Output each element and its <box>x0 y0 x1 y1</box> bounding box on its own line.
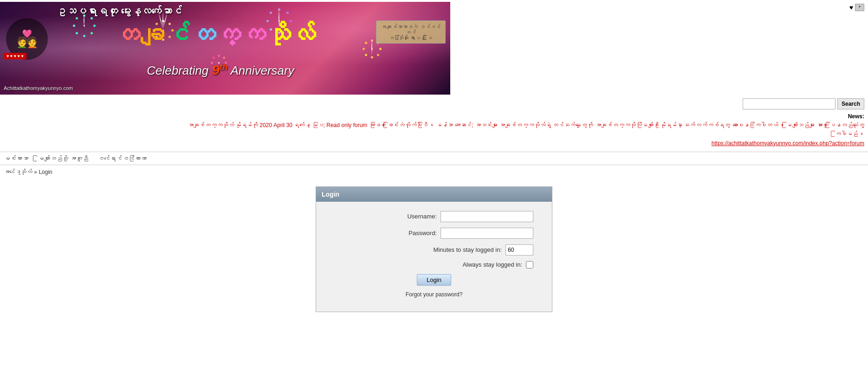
news-link[interactable]: https://achittatkathomyakyunnyo.com/inde… <box>712 140 864 147</box>
minutes-row: Minutes to stay logged in: <box>335 244 533 256</box>
search-input[interactable] <box>743 98 836 109</box>
banner-ribbon: ♥ ♥ ♥ ♥ ♥ <box>4 53 26 59</box>
news-text: အချစ်တက္ကသိုလ် မိုရမ်ကို 2020 April 30 ရ… <box>188 122 864 146</box>
top-icons: ♥ * <box>849 4 864 11</box>
username-input[interactable] <box>440 211 533 222</box>
minutes-input[interactable] <box>505 244 533 256</box>
minutes-label: Minutes to stay logged in: <box>434 246 502 253</box>
top-area: 💑 ♥ ♥ ♥ ♥ ♥ ဥသပရားရတု မွေးနေ့လက်ဆောင် တခ… <box>0 0 868 95</box>
login-body: Username: Password: Minutes to stay logg… <box>316 202 552 312</box>
login-header: Login <box>316 187 552 202</box>
nav-item-register[interactable]: ဝင်ရောင်ဝင်ကြားဟာ <box>97 155 147 162</box>
breadcrumb-home[interactable]: အင်ဒွေသိုလ် <box>4 169 32 175</box>
password-label: Password: <box>408 230 437 237</box>
nav-item-home[interactable]: မင်းကားဘာ <box>4 155 28 162</box>
login-button-row: Login <box>335 274 533 286</box>
login-button[interactable]: Login <box>417 274 451 286</box>
password-row: Password: <box>335 228 533 239</box>
top-right-area: ♥ * <box>818 2 864 13</box>
banner-top-text: ဥသပရားရတု မွေးနေ့လက်ဆောင် <box>56 6 182 18</box>
search-button[interactable]: Search <box>837 98 864 109</box>
breadcrumb-current: Login <box>39 169 52 175</box>
always-checkbox[interactable] <box>526 261 533 269</box>
breadcrumb: အင်ဒွေသိုလ် » Login <box>0 165 868 177</box>
news-area: News: အချစ်တက္ကသိုလ် မိုရမ်ကို 2020 Apri… <box>0 111 868 152</box>
nav-item-help[interactable]: မြက်ျားသည်သို့ အကူညီ <box>38 155 88 162</box>
banner: 💑 ♥ ♥ ♥ ♥ ♥ ဥသပရားရတု မွေးနေ့လက်ဆောင် တခ… <box>0 2 450 95</box>
news-label: News: <box>848 113 864 120</box>
image-icon: * <box>855 4 864 11</box>
banner-url: Achittatkathomyakyunnyo.com <box>4 85 73 91</box>
login-box: Login Username: Password: Minutes to sta… <box>316 186 552 312</box>
login-container: Login Username: Password: Minutes to sta… <box>0 177 868 321</box>
password-input[interactable] <box>440 228 533 239</box>
banner-box: အချစ်ဘာသာစကဲ ဝင်ငင် တင်သင်ကြိုဆို ရောပည်… <box>376 20 446 44</box>
forgot-password-row: Forgot your password? <box>335 291 533 302</box>
nav-bar: မင်းကားဘာ မြက်ျားသည်သို့ အကူညီ ဝင်ရောင်ဝ… <box>0 152 868 165</box>
forgot-password-link[interactable]: Forgot your password? <box>406 291 463 298</box>
banner-title: တချင်တက္ကသိုလ် <box>56 20 376 48</box>
username-label: Username: <box>407 213 437 220</box>
search-area: Search <box>0 95 868 111</box>
breadcrumb-separator: » <box>34 169 37 175</box>
username-row: Username: <box>335 211 533 222</box>
banner-subtitle: Celebrating 9th Anniversary <box>65 62 376 78</box>
always-label: Always stay logged in: <box>462 261 522 268</box>
always-logged-row: Always stay logged in: <box>335 261 533 269</box>
heart-icon: ♥ <box>849 4 853 11</box>
